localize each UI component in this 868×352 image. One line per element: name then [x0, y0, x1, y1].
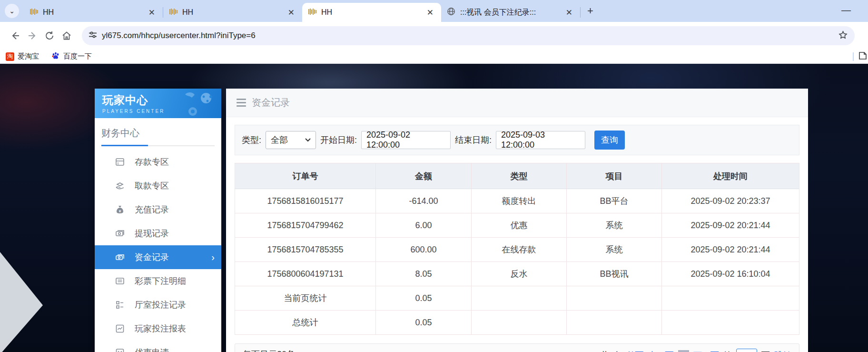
first-page-link[interactable]: 首页	[627, 350, 644, 352]
tab-video-records[interactable]: :::视讯 会员下注纪录::: ✕	[441, 3, 580, 22]
page-background: 玩家中心 PLAYERS CENTER 财务中心 存款专区 取款专区 ¥ 充值记…	[0, 64, 868, 352]
sidebar-item-recharge-records[interactable]: ¥ 充值记录	[95, 198, 221, 221]
tab-hh-1[interactable]: HH ✕	[24, 3, 163, 22]
sidebar-item-fund-records[interactable]: 资金记录 ›	[95, 245, 221, 269]
chevron-down-icon: ⌄	[9, 7, 15, 15]
table-header-cell: 项目	[567, 163, 662, 189]
fund-records-table-wrap: 订单号金额类型项目处理时间 1756815816015177-614.00额度转…	[235, 163, 799, 335]
table-header-cell: 订单号	[235, 163, 376, 189]
table-header-cell: 金额	[376, 163, 472, 189]
site-logo-icon	[308, 8, 316, 17]
table-cell: 2025-09-02 20:23:37	[662, 189, 799, 213]
table-cell	[472, 311, 567, 335]
close-icon[interactable]: ✕	[147, 8, 157, 18]
sidebar-item-label: 彩票下注明细	[135, 275, 186, 287]
next-page-link[interactable]: 下一页	[693, 350, 719, 352]
total-count-text: 共4条	[601, 350, 622, 352]
sidebar-item-label: 存款专区	[135, 156, 169, 168]
jump-page-input[interactable]	[736, 349, 757, 352]
table-cell: 2025-09-02 20:21:44	[662, 238, 799, 262]
gamepad-icon	[181, 91, 218, 118]
ticket-list-icon	[115, 276, 125, 286]
table-cell: 2025-09-02 20:21:44	[662, 213, 799, 238]
table-cell: 在线存款	[472, 238, 567, 262]
table-cell: 1756815816015177	[235, 189, 376, 213]
end-date-label: 结束日期:	[455, 134, 492, 146]
address-bar[interactable]: yl675.com/hhcp/usercenter.html?iniType=6	[82, 26, 855, 45]
close-icon[interactable]: ✕	[425, 8, 435, 18]
main-panel: 资金记录 类型: 全部 开始日期: 2025-09-02 12:00:00 结束…	[226, 89, 808, 352]
page-size-text: 每页显示20条	[243, 349, 295, 352]
close-icon[interactable]: ✕	[286, 8, 296, 18]
page-title: 资金记录	[252, 96, 290, 109]
money-bag-icon: ¥	[115, 204, 125, 215]
chevron-right-icon: ›	[211, 252, 215, 263]
bookmarks-bar: 淘 爱淘宝 百度一下	[0, 50, 868, 64]
end-date-input[interactable]: 2025-09-03 12:00:00	[496, 131, 585, 149]
sidebar-item-player-bet-report[interactable]: 玩家投注报表	[95, 317, 221, 341]
table-cell: 8.05	[376, 262, 472, 286]
table-header-cell: 类型	[472, 163, 567, 189]
jump-button[interactable]: 跳转	[774, 350, 791, 352]
type-select[interactable]: 全部	[266, 131, 316, 149]
table-cell: 1756800604197131	[235, 262, 376, 286]
tab-separator	[580, 7, 581, 18]
site-settings-icon[interactable]	[89, 30, 97, 41]
table-header-cell: 处理时间	[662, 163, 799, 189]
bookmark-star-icon[interactable]	[838, 30, 848, 42]
close-icon[interactable]: ✕	[564, 8, 574, 18]
reload-icon[interactable]	[41, 27, 58, 44]
sidebar-item-withdrawal-records[interactable]: 提现记录	[95, 221, 221, 245]
tab-title: HH	[182, 8, 281, 17]
sidebar-item-label: 优惠申请	[135, 347, 169, 352]
new-tab-button[interactable]: +	[587, 5, 593, 17]
table-cell	[662, 286, 799, 311]
side-panel-icon[interactable]	[858, 50, 868, 63]
browser-toolbar: yl675.com/hhcp/usercenter.html?iniType=6	[0, 22, 868, 50]
chevron-down-icon	[305, 138, 311, 142]
tab-search-button[interactable]: ⌄	[5, 4, 19, 18]
start-date-label: 开始日期:	[320, 134, 357, 146]
sidebar-item-label: 厅室投注记录	[135, 299, 186, 311]
sidebar-item-hall-bet-records[interactable]: 厅室投注记录	[95, 293, 221, 317]
url-text[interactable]: yl675.com/hhcp/usercenter.html?iniType=6	[102, 31, 838, 40]
table-cell: 系统	[567, 213, 662, 238]
window-minimize-button[interactable]: —	[841, 5, 851, 16]
back-icon[interactable]	[7, 27, 24, 44]
pagination-bar: 每页显示20条 共4条 首页 上一页 1 下一页 第 页 跳转	[235, 343, 799, 352]
sidebar-item-deposit-zone[interactable]: 存款专区	[95, 150, 221, 174]
home-icon[interactable]	[58, 27, 75, 44]
table-cell: 总统计	[235, 311, 376, 335]
table-body: 1756815816015177-614.00额度转出BB平台2025-09-0…	[235, 189, 799, 335]
query-button[interactable]: 查询	[594, 131, 625, 150]
tab-hh-2[interactable]: HH ✕	[163, 3, 302, 22]
start-date-input[interactable]: 2025-09-02 12:00:00	[361, 131, 451, 149]
prev-page-link[interactable]: 上一页	[648, 350, 674, 352]
tab-strip: ⌄ HH ✕ HH ✕ HH ✕ :::视讯 会员下注纪录::: ✕ + —	[0, 0, 868, 22]
svg-text:¥: ¥	[119, 209, 121, 213]
banknote-icon	[115, 228, 125, 239]
bookmark-label: 爱淘宝	[18, 52, 39, 61]
bookmark-aitaobao[interactable]: 淘 爱淘宝	[6, 52, 39, 61]
report-chart-icon	[115, 323, 125, 334]
table-cell: 2025-09-02 16:10:04	[662, 262, 799, 286]
bookmark-baidu[interactable]: 百度一下	[51, 51, 92, 61]
sidebar-item-promo-apply[interactable]: 优惠申请	[95, 341, 221, 352]
tab-hh-active[interactable]: HH ✕	[302, 3, 441, 22]
tab-title: HH	[321, 8, 420, 17]
table-cell: 1756815704785355	[235, 238, 376, 262]
sidebar-divider	[101, 145, 215, 146]
sidebar-item-lottery-bet-details[interactable]: 彩票下注明细	[95, 269, 221, 293]
taobao-icon: 淘	[6, 52, 14, 61]
sidebar-section-title: 财务中心	[95, 118, 221, 145]
promo-icon	[115, 347, 125, 352]
table-cell: 当前页统计	[235, 286, 376, 311]
forward-icon[interactable]	[24, 27, 41, 44]
pagination-controls: 共4条 首页 上一页 1 下一页 第 页 跳转	[601, 349, 791, 352]
fund-notes-icon	[115, 252, 125, 262]
table-cell	[567, 286, 662, 311]
sidebar-item-withdraw-zone[interactable]: 取款专区	[95, 174, 221, 198]
table-cell: 反水	[472, 262, 567, 286]
table-row: 1756815704785355600.00在线存款系统2025-09-02 2…	[235, 238, 799, 262]
table-cell: 6.00	[376, 213, 472, 238]
